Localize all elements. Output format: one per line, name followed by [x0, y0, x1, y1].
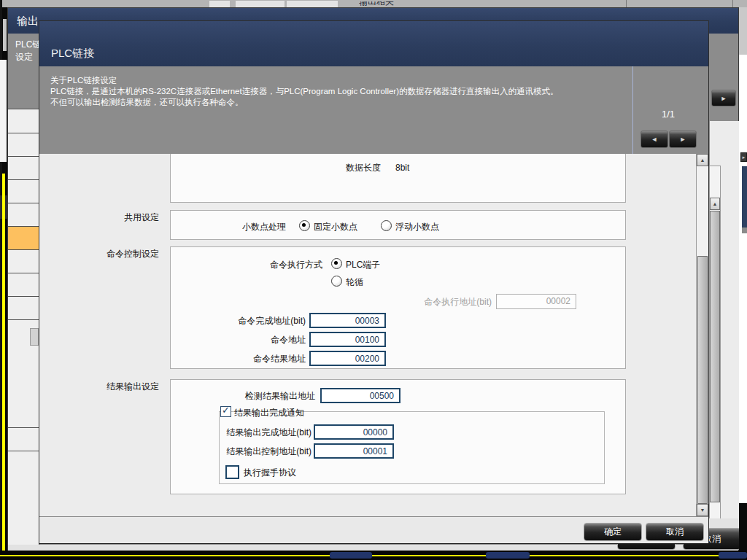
scrollbar-up-icon: ▲ [700, 158, 705, 163]
notify-group-label: 结果输出完成通知 [234, 407, 304, 419]
scrollbar-down-icon: ▼ [700, 508, 705, 513]
right-edge-gray-chip [742, 228, 747, 233]
right-edge-top [739, 0, 747, 7]
parent-scrollbar-thumb[interactable] [710, 211, 720, 502]
left-edge-block [3, 19, 7, 51]
dialog-title: PLC链接 [51, 47, 94, 61]
toolbar-divider [626, 0, 627, 7]
section-label-common: 共用设定 [39, 211, 159, 224]
right-edge-strip: ► [739, 0, 747, 560]
pager-separator [632, 66, 633, 154]
result-complete-addr-field[interactable]: 00000 [314, 424, 394, 440]
right-edge-upper [739, 7, 747, 55]
check-icon: ✓ [222, 405, 230, 416]
notify-checkbox[interactable]: ✓ [220, 406, 231, 417]
section-label-command: 命令控制设定 [39, 248, 159, 260]
description-line-2: PLC链接，是通过本机的RS-232C连接器或Ethernet连接器，与PLC(… [50, 86, 630, 97]
radio-plc-terminal-label[interactable]: PLC端子 [346, 259, 380, 271]
data-length-value: 8bit [395, 163, 409, 173]
dialog-scrollbar-up-button[interactable]: ▲ [697, 154, 708, 166]
exec-addr-field[interactable]: 00002 [496, 294, 576, 309]
background-toolbar-button[interactable] [209, 1, 230, 7]
result-control-addr-label: 结果输出控制地址(bit) [206, 446, 311, 458]
background-button-edge [486, 552, 530, 559]
handshake-checkbox[interactable] [225, 465, 239, 479]
dialog-description-band: 关于PLC链接设定 PLC链接，是通过本机的RS-232C连接器或Etherne… [39, 66, 708, 154]
detect-addr-field[interactable]: 00500 [320, 388, 400, 403]
left-edge-block [0, 60, 7, 162]
background-button-edge [330, 552, 372, 559]
parent-next-icon: ► [721, 95, 727, 102]
background-button-edge [719, 552, 747, 559]
radio-fixed-decimal-label[interactable]: 固定小数点 [314, 221, 357, 233]
plc-link-dialog: PLC链接 关于PLC链接设定 PLC链接，是通过本机的RS-232C连接器或E… [39, 20, 709, 544]
notify-check-row[interactable]: ✓ 结果输出完成通知 [220, 405, 225, 417]
bottom-strip [0, 551, 747, 560]
command-result-addr-label: 命令结果地址 [200, 353, 306, 365]
command-control-box: 命令执行方式 PLC端子 轮循 命令执行地址(bit) 00002 命令完成地址… [170, 246, 626, 369]
background-toolbar-button[interactable] [287, 1, 338, 7]
command-addr-label: 命令地址 [200, 334, 306, 346]
highlighted-table-cell[interactable] [8, 227, 39, 249]
cancel-button-label: 取消 [666, 526, 684, 538]
common-settings-box: 小数点处理 固定小数点 浮动小数点 [170, 210, 626, 240]
section-label-result-output: 结果输出设定 [39, 381, 159, 393]
dialog-header[interactable]: PLC链接 [39, 21, 708, 66]
parent-scrollbar-up-button[interactable]: ▲ [710, 198, 720, 210]
ok-button[interactable]: 确定 [584, 523, 642, 541]
radio-floating-decimal[interactable] [381, 220, 392, 231]
right-edge-navy-bar [742, 166, 747, 228]
ok-button-label: 确定 [604, 526, 622, 538]
description-line-3: 不但可以输出检测结果数据，还可以执行各种命令。 [50, 97, 630, 108]
result-control-addr-field[interactable]: 00001 [314, 443, 394, 459]
radio-polling[interactable] [331, 276, 342, 287]
exec-mode-label: 命令执行方式 [214, 259, 322, 271]
parent-side-text-2: 设定 [15, 51, 33, 63]
parent-nav-next-button[interactable]: ► [711, 90, 736, 106]
parent-dialog-title: 输出 [17, 15, 39, 28]
radio-polling-label[interactable]: 轮循 [346, 276, 363, 289]
result-output-box: 检测结果输出地址 00500 ✓ 结果输出完成通知 结果输出完成地址(bit) … [170, 379, 626, 494]
dialog-scrollbar-down-button[interactable]: ▼ [697, 504, 708, 516]
data-length-label: 数据长度 [244, 162, 381, 174]
background-toolbar-button[interactable] [236, 1, 285, 7]
app-top-strip: 输出相关 [0, 0, 747, 7]
toolbar-divider [732, 0, 733, 7]
dialog-content: 数据长度 8bit 共用设定 小数点处理 固定小数点 浮动小数点 命令控制设定 … [39, 154, 708, 516]
selection-outline-vertical [2, 174, 5, 556]
exec-addr-label: 命令执行地址(bit) [346, 296, 492, 308]
description-line-1: 关于PLC链接设定 [50, 75, 630, 86]
table-cell-widget[interactable] [30, 328, 39, 346]
data-length-box: 数据长度 8bit [170, 154, 626, 203]
radio-fixed-decimal[interactable] [299, 220, 310, 231]
decimal-handling-label: 小数点处理 [200, 221, 286, 233]
command-result-addr-field[interactable]: 00200 [309, 351, 386, 366]
pager-prev-icon: ◄ [651, 136, 658, 143]
radio-plc-terminal[interactable] [331, 258, 342, 269]
radio-floating-decimal-label[interactable]: 浮动小数点 [395, 221, 439, 233]
pager-next-button[interactable]: ► [669, 131, 697, 148]
result-complete-addr-label: 结果输出完成地址(bit) [206, 427, 311, 439]
dialog-scrollbar-thumb[interactable] [697, 256, 708, 504]
complete-addr-field[interactable]: 00003 [309, 313, 386, 328]
pager-prev-button[interactable]: ◄ [640, 131, 668, 148]
parent-table-column [8, 109, 39, 551]
handshake-label[interactable]: 执行握手协议 [244, 467, 296, 479]
complete-addr-label: 命令完成地址(bit) [200, 315, 306, 327]
command-addr-field[interactable]: 00100 [309, 332, 386, 347]
right-edge-arrow-button[interactable]: ► [740, 152, 747, 162]
detect-addr-label: 检测结果输出地址 [207, 390, 315, 402]
cancel-button[interactable]: 取消 [646, 523, 704, 541]
parent-side-text-1: PLC链 [15, 39, 41, 51]
dialog-footer: 确定 取消 [39, 516, 708, 543]
pager-label: 1/1 [639, 109, 697, 120]
pager-next-icon: ► [680, 136, 686, 143]
clipped-tab-text: 输出相关 [359, 1, 446, 7]
